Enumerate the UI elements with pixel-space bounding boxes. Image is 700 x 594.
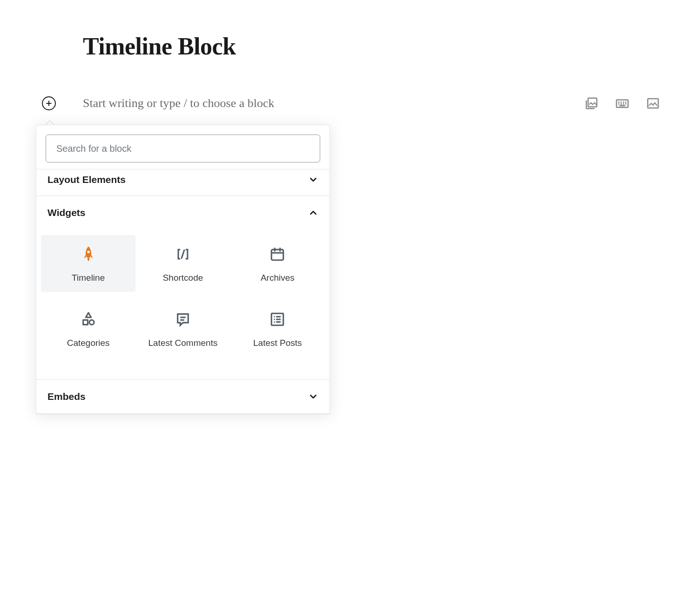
svg-point-14 xyxy=(87,251,90,254)
svg-point-30 xyxy=(274,321,276,323)
block-label: Latest Comments xyxy=(148,337,218,349)
search-wrap xyxy=(36,125,330,169)
image-block-icon[interactable] xyxy=(646,96,660,110)
calendar-icon xyxy=(269,243,285,265)
category-layout-elements: Layout Elements xyxy=(36,169,330,196)
category-header-widgets[interactable]: Widgets xyxy=(36,196,330,230)
block-item-latest-comments[interactable]: Latest Comments xyxy=(135,300,230,357)
shortcode-icon xyxy=(175,243,191,265)
svg-marker-20 xyxy=(86,313,91,317)
category-header-embeds[interactable]: Embeds xyxy=(36,380,330,413)
svg-point-22 xyxy=(89,320,94,325)
block-item-timeline[interactable]: Timeline xyxy=(41,235,135,292)
block-item-archives[interactable]: Archives xyxy=(230,235,325,292)
widgets-grid: Timeline Shortcode Archives xyxy=(36,230,330,379)
block-item-shortcode[interactable]: Shortcode xyxy=(135,235,230,292)
category-widgets: Widgets Timeline Shortcode xyxy=(36,196,330,379)
block-item-categories[interactable]: Categories xyxy=(41,300,135,357)
block-label: Categories xyxy=(67,337,110,349)
chevron-down-icon xyxy=(308,175,318,185)
category-embeds: Embeds xyxy=(36,379,330,413)
search-input[interactable] xyxy=(46,135,320,162)
svg-point-26 xyxy=(274,316,276,317)
block-label: Archives xyxy=(261,272,295,284)
popover-caret xyxy=(45,120,54,125)
block-item-latest-posts[interactable]: Latest Posts xyxy=(230,300,325,357)
svg-rect-21 xyxy=(83,320,88,325)
gallery-block-icon[interactable] xyxy=(585,96,599,110)
chevron-down-icon xyxy=(308,392,318,402)
block-label: Timeline xyxy=(72,272,105,284)
rocket-icon xyxy=(81,243,95,265)
svg-line-15 xyxy=(182,250,184,258)
chevron-up-icon xyxy=(308,208,318,218)
category-header-layout[interactable]: Layout Elements xyxy=(36,169,330,196)
keyboard-icon[interactable] xyxy=(615,96,629,110)
category-label: Widgets xyxy=(47,207,85,218)
category-label: Layout Elements xyxy=(47,174,126,185)
paragraph-placeholder[interactable]: Start writing or type / to choose a bloc… xyxy=(83,96,275,110)
block-label: Latest Posts xyxy=(253,337,302,349)
list-icon xyxy=(269,308,285,331)
plus-icon xyxy=(45,100,53,107)
editor-row: Start writing or type / to choose a bloc… xyxy=(42,96,658,110)
svg-rect-13 xyxy=(648,99,659,108)
svg-rect-16 xyxy=(272,250,284,260)
shapes-icon xyxy=(81,308,96,331)
svg-rect-2 xyxy=(588,98,597,107)
add-block-button[interactable] xyxy=(42,96,56,110)
divider xyxy=(36,413,330,414)
block-label: Shortcode xyxy=(163,272,203,284)
category-label: Embeds xyxy=(47,391,86,402)
block-suggestions xyxy=(585,96,660,110)
page-title: Timeline Block xyxy=(83,33,236,60)
comment-icon xyxy=(175,308,191,331)
svg-point-28 xyxy=(274,319,276,320)
block-inserter-popover: Layout Elements Widgets Timeline xyxy=(36,125,330,414)
